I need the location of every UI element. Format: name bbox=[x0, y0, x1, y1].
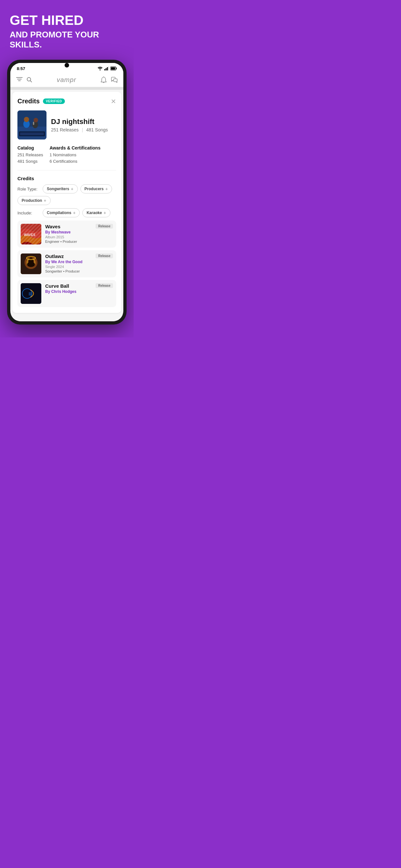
waves-artwork: WAVES bbox=[21, 224, 41, 244]
songwriters-chip[interactable]: Songwriters + bbox=[42, 184, 78, 193]
artist-photo-art bbox=[18, 111, 47, 140]
search-icon[interactable] bbox=[27, 77, 32, 83]
role-type-label: Role Type: bbox=[18, 187, 40, 191]
svg-rect-22 bbox=[33, 122, 34, 125]
status-icons bbox=[97, 66, 117, 70]
karaoke-chip[interactable]: Karaoke + bbox=[82, 208, 111, 217]
certifications: 6 Certifications bbox=[50, 158, 101, 165]
include-label: Include: bbox=[18, 211, 40, 215]
stat-divider: | bbox=[82, 127, 85, 132]
svg-rect-8 bbox=[16, 77, 23, 78]
svg-rect-2 bbox=[105, 68, 106, 70]
catalog-label: Catalog bbox=[18, 145, 43, 151]
outlawz-by: By We Are the Good bbox=[45, 259, 113, 264]
outlawz-art-svg bbox=[21, 253, 41, 274]
curveball-artist[interactable]: Chris Hodges bbox=[51, 289, 76, 294]
chat-icon[interactable] bbox=[111, 77, 118, 83]
verified-badge: VERIFIED bbox=[43, 98, 65, 104]
releases-count: 251 Releases bbox=[51, 127, 79, 132]
camera-notch bbox=[65, 63, 69, 67]
production-plus-icon: + bbox=[43, 198, 46, 203]
top-nav: vampr bbox=[10, 73, 123, 87]
outlawz-badge: Release bbox=[96, 253, 113, 258]
release-card-curveball[interactable]: Release Curve Ball By Chris Hodges bbox=[18, 280, 116, 307]
curveball-artwork bbox=[21, 283, 41, 304]
curveball-art-svg bbox=[21, 283, 41, 304]
credits-title: Credits bbox=[18, 97, 40, 105]
outlawz-info: Release Outlawz By We Are the Good Singl… bbox=[45, 253, 113, 273]
svg-rect-7 bbox=[116, 68, 117, 69]
svg-rect-35 bbox=[29, 292, 31, 296]
hero-section: GET HIRED AND PROMOTE YOUR SKILLS. bbox=[0, 0, 134, 60]
svg-rect-4 bbox=[108, 66, 109, 70]
compilations-plus-icon: + bbox=[73, 210, 75, 215]
curveball-info: Release Curve Ball By Chris Hodges bbox=[45, 283, 113, 294]
waves-meta: Album 2015 bbox=[45, 235, 113, 239]
filter-icon[interactable] bbox=[16, 77, 23, 82]
phone-screen: 8:57 bbox=[10, 63, 123, 321]
svg-rect-9 bbox=[17, 79, 22, 80]
artist-photo bbox=[18, 111, 47, 140]
release-list: WAVES Release Waves By Meshwave Album 20… bbox=[18, 221, 116, 307]
battery-icon bbox=[111, 66, 117, 70]
artist-stats: 251 Releases | 481 Songs bbox=[51, 127, 108, 132]
outlawz-roles: Songwriter • Producer bbox=[45, 269, 113, 273]
stats-row: Catalog 251 Releases 481 Songs Awards & … bbox=[18, 145, 116, 171]
hero-subtitle: AND PROMOTE YOUR SKILLS. bbox=[10, 30, 124, 50]
release-card-waves[interactable]: WAVES Release Waves By Meshwave Album 20… bbox=[18, 221, 116, 248]
compilations-chip[interactable]: Compilations + bbox=[42, 208, 80, 217]
producers-chip[interactable]: Producers + bbox=[81, 184, 112, 193]
karaoke-plus-icon: + bbox=[104, 210, 106, 215]
app-name: vampr bbox=[57, 76, 76, 84]
curveball-badge: Release bbox=[96, 283, 113, 288]
credits-panel: Credits VERIFIED ✕ bbox=[12, 92, 121, 313]
songwriters-plus-icon: + bbox=[71, 186, 73, 191]
bell-icon[interactable] bbox=[101, 76, 106, 83]
include-row: Include: Compilations + Karaoke + bbox=[18, 208, 116, 217]
artist-row: DJ nightshift 251 Releases | 481 Songs bbox=[18, 111, 116, 140]
outlawz-artist[interactable]: We Are the Good bbox=[51, 259, 83, 264]
catalog-songs: 481 Songs bbox=[18, 158, 43, 165]
phone-frame: 8:57 bbox=[7, 60, 127, 325]
outlawz-meta: Single 2024 bbox=[45, 265, 113, 269]
credits-title-row: Credits VERIFIED bbox=[18, 97, 65, 105]
svg-text:WAVES: WAVES bbox=[24, 233, 35, 237]
svg-rect-10 bbox=[18, 81, 21, 81]
awards-label: Awards & Certifications bbox=[50, 145, 101, 151]
nav-right bbox=[101, 76, 118, 83]
svg-rect-1 bbox=[104, 69, 105, 70]
wifi-icon bbox=[97, 66, 103, 70]
svg-point-19 bbox=[24, 117, 29, 122]
release-card-outlawz[interactable]: Release Outlawz By We Are the Good Singl… bbox=[18, 250, 116, 277]
production-chip[interactable]: Production + bbox=[18, 196, 51, 205]
catalog-releases: 251 Releases bbox=[18, 152, 43, 159]
awards-block: Awards & Certifications 1 Nominations 6 … bbox=[50, 145, 101, 165]
svg-point-30 bbox=[27, 262, 35, 267]
waves-art-svg: WAVES bbox=[21, 224, 41, 244]
svg-rect-3 bbox=[107, 67, 108, 70]
hero-title: GET HIRED bbox=[10, 13, 124, 28]
artist-info: DJ nightshift 251 Releases | 481 Songs bbox=[51, 118, 108, 132]
role-type-row: Role Type: Songwriters + Producers + Pro… bbox=[18, 184, 116, 205]
songs-count: 481 Songs bbox=[86, 127, 108, 132]
svg-rect-6 bbox=[111, 67, 115, 70]
svg-rect-17 bbox=[20, 132, 44, 135]
waves-by: By Meshwave bbox=[45, 230, 113, 235]
waves-roles: Engineer • Producer bbox=[45, 240, 113, 244]
signal-icon bbox=[104, 66, 109, 70]
producers-plus-icon: + bbox=[105, 186, 108, 191]
svg-point-21 bbox=[34, 118, 38, 122]
curveball-by: By Chris Hodges bbox=[45, 289, 113, 294]
status-time: 8:57 bbox=[17, 66, 25, 71]
artist-name: DJ nightshift bbox=[51, 118, 108, 126]
svg-point-0 bbox=[100, 70, 101, 71]
close-button[interactable]: ✕ bbox=[111, 97, 116, 105]
catalog-block: Catalog 251 Releases 481 Songs bbox=[18, 145, 43, 165]
bottom-spacer bbox=[10, 315, 123, 321]
waves-artist[interactable]: Meshwave bbox=[51, 230, 71, 235]
gray-divider bbox=[10, 87, 123, 90]
waves-badge: Release bbox=[96, 224, 113, 228]
bottom-purple bbox=[0, 324, 134, 337]
svg-rect-13 bbox=[114, 79, 117, 82]
nav-left bbox=[16, 77, 32, 83]
